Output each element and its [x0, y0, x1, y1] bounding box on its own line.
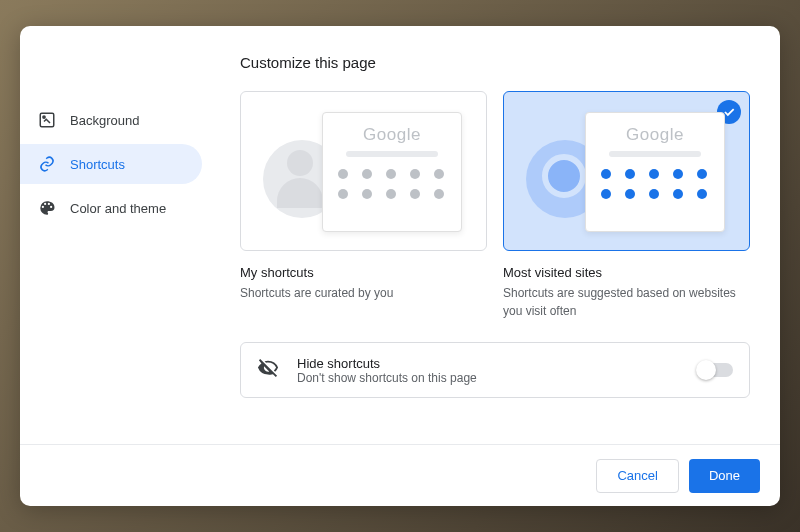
sidebar-item-color-theme[interactable]: Color and theme — [20, 188, 202, 228]
shortcut-dots — [601, 169, 709, 199]
option-title: My shortcuts — [240, 265, 487, 280]
cancel-button[interactable]: Cancel — [596, 459, 678, 493]
hide-desc: Don't show shortcuts on this page — [297, 371, 477, 385]
toggle-knob — [696, 360, 716, 380]
sidebar-item-label: Shortcuts — [70, 157, 125, 172]
palette-icon — [38, 199, 56, 217]
option-my-shortcuts[interactable]: Google — [240, 91, 487, 251]
search-bar-icon — [346, 151, 438, 157]
preview-my-shortcuts: Google — [241, 92, 486, 250]
shortcut-dots — [338, 169, 446, 199]
search-bar-icon — [609, 151, 701, 157]
sidebar: Background Shortcuts Color and theme — [20, 26, 210, 444]
option-desc: Shortcuts are suggested based on website… — [503, 284, 750, 320]
dialog-footer: Cancel Done — [20, 444, 780, 506]
google-logo: Google — [626, 125, 684, 145]
background-icon — [38, 111, 56, 129]
option-title: Most visited sites — [503, 265, 750, 280]
hide-title: Hide shortcuts — [297, 356, 477, 371]
ntp-preview: Google — [322, 112, 462, 232]
page-title: Customize this page — [240, 54, 750, 71]
option-desc: Shortcuts are curated by you — [240, 284, 487, 302]
option-cards: Google — [240, 91, 750, 251]
hide-shortcuts-row: Hide shortcuts Don't show shortcuts on t… — [240, 342, 750, 398]
google-logo: Google — [363, 125, 421, 145]
hide-shortcuts-toggle[interactable] — [699, 363, 733, 377]
sidebar-item-background[interactable]: Background — [20, 100, 202, 140]
avatar-icon — [287, 150, 313, 176]
link-icon — [38, 155, 56, 173]
sidebar-item-shortcuts[interactable]: Shortcuts — [20, 144, 202, 184]
globe-icon — [542, 154, 586, 198]
option-descriptions: My shortcuts Shortcuts are curated by yo… — [240, 251, 750, 320]
sidebar-item-label: Color and theme — [70, 201, 166, 216]
done-button[interactable]: Done — [689, 459, 760, 493]
option-most-visited[interactable]: Google — [503, 91, 750, 251]
svg-point-1 — [43, 116, 45, 118]
preview-most-visited: Google — [504, 92, 749, 250]
main-content: Customize this page Google — [210, 26, 780, 444]
customize-dialog: Background Shortcuts Color and theme Cus… — [20, 26, 780, 506]
visibility-off-icon — [257, 357, 279, 383]
sidebar-item-label: Background — [70, 113, 139, 128]
hide-text: Hide shortcuts Don't show shortcuts on t… — [297, 356, 477, 385]
ntp-preview: Google — [585, 112, 725, 232]
dialog-body: Background Shortcuts Color and theme Cus… — [20, 26, 780, 444]
